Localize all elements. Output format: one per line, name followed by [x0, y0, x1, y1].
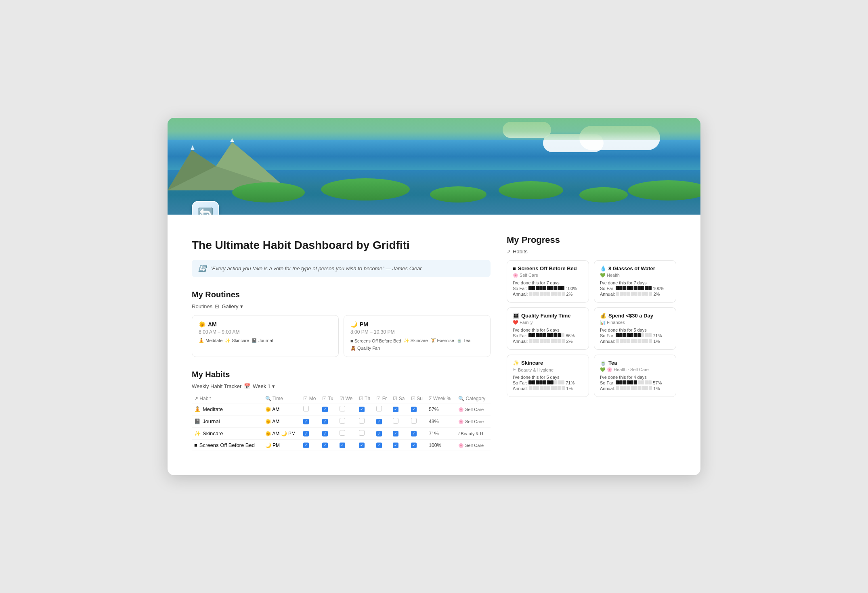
checkbox-empty[interactable] [359, 418, 365, 424]
pm-icon: 🌙 [350, 321, 357, 328]
habit-progress-card[interactable]: 💧 8 Glasses of Water 💚 Health I've done … [594, 260, 676, 303]
col-sa: ☑ Sa [390, 394, 408, 403]
habits-grid: ■ Screens Off Before Bed 🌸 Self Care I'v… [507, 260, 676, 397]
bar-filled [539, 380, 543, 384]
checkbox-empty[interactable] [376, 406, 382, 411]
habit-card-annual: Annual: 1% [513, 386, 583, 391]
gallery-label: Gallery [222, 303, 238, 309]
bar-filled [623, 286, 626, 290]
checkbox-checked[interactable]: ✓ [376, 443, 382, 448]
app-window: 🔄 The Ultimate Habit Dashboard by Gridfi… [168, 118, 700, 475]
bar-empty [627, 339, 630, 343]
gallery-view-toggle[interactable]: Gallery ▾ [222, 303, 243, 309]
habit-card-days: I've done this for 4 days [600, 375, 670, 380]
habit-card-sofar: So Far: 86% [513, 333, 583, 338]
bar-empty [645, 292, 648, 296]
bar-empty [645, 339, 648, 343]
checkbox-empty[interactable] [340, 406, 345, 411]
habit-progress-card[interactable]: 👨‍👩‍👧 Quality Family Time ❤️ Family I've… [507, 307, 589, 350]
routine-am-tags: 🧘 Meditate ✨ Skincare 📓 Journal [199, 338, 332, 343]
checkbox-checked[interactable]: ✓ [359, 407, 365, 412]
checkbox-checked[interactable]: ✓ [393, 443, 398, 448]
habit-progress-card[interactable]: ✨ Skincare ✂ Beauty & Hygiene I've done … [507, 355, 589, 397]
bar-empty [642, 292, 645, 296]
bar-filled [630, 380, 633, 384]
am-icon: 🌞 [199, 321, 205, 328]
bar-empty [634, 339, 637, 343]
bar-empty [533, 386, 536, 390]
bar-filled [645, 286, 648, 290]
checkbox-checked[interactable]: ✓ [322, 443, 328, 448]
checkbox-checked[interactable]: ✓ [303, 419, 309, 424]
bar-empty [558, 292, 561, 296]
checkbox-checked[interactable]: ✓ [376, 419, 382, 424]
bar-filled [634, 333, 637, 337]
table-row[interactable]: ✨ Skincare 🌞 AM 🌙 PM ✓ ✓ ✓ ✓ ✓ 71% / Bea… [192, 428, 491, 440]
checkbox-checked[interactable]: ✓ [322, 407, 328, 412]
checkbox-checked[interactable]: ✓ [322, 431, 328, 436]
routines-title: My Routines [192, 290, 491, 299]
habit-progress-card[interactable]: 🍵 Tea 💚 🌸 Health · Self Care I've done t… [594, 355, 676, 397]
checkbox-empty[interactable] [303, 406, 309, 411]
checkbox-checked[interactable]: ✓ [322, 419, 328, 424]
habit-category: 🌸 Self Care [458, 443, 484, 448]
routine-pm-time: 8:00 PM – 10:30 PM [350, 329, 484, 335]
checkbox-checked[interactable]: ✓ [340, 443, 345, 448]
table-row[interactable]: ■ Screens Off Before Bed 🌙 PM ✓ ✓ ✓ ✓ ✓ … [192, 440, 491, 451]
checkbox-checked[interactable]: ✓ [376, 431, 382, 436]
bar-filled [532, 286, 535, 290]
table-row[interactable]: 📓 Journal 🌞 AM ✓ ✓ ✓ 43% 🌸 Self Care [192, 416, 491, 428]
right-panel: My Progress ↗ Habits ■ Screens Off Befor… [507, 235, 676, 459]
habits-section: My Habits Weekly Habit Tracker 📅 Week 1 … [192, 370, 491, 451]
col-su: ☑ Su [409, 394, 426, 403]
sofar-bar [616, 380, 652, 384]
table-row[interactable]: 🧘 Meditate 🌞 AM ✓ ✓ ✓ ✓ 57% 🌸 Self Care [192, 403, 491, 416]
checkbox-checked[interactable]: ✓ [411, 443, 417, 448]
routine-card-am[interactable]: 🌞 AM 8:00 AM – 9:00 AM 🧘 Meditate ✨ Skin… [192, 315, 339, 357]
week-toggle[interactable]: Week 1 ▾ [253, 383, 275, 389]
habit-card-title: 👨‍👩‍👧 Quality Family Time [513, 313, 583, 319]
bar-empty [554, 292, 558, 296]
bar-empty [543, 386, 547, 390]
habit-progress-card[interactable]: ■ Screens Off Before Bed 🌸 Self Care I'v… [507, 260, 589, 303]
checkbox-empty[interactable] [393, 418, 398, 424]
bar-empty [540, 339, 543, 343]
col-time: 🔍 Time [263, 394, 301, 403]
checkbox-empty[interactable] [340, 430, 345, 436]
sofar-bar [528, 380, 564, 384]
tracker-label: Weekly Habit Tracker [192, 383, 241, 389]
checkbox-empty[interactable] [411, 418, 417, 424]
col-tu: ☑ Tu [320, 394, 337, 403]
bar-filled [539, 333, 543, 337]
col-we: ☑ We [337, 394, 356, 403]
routine-card-pm[interactable]: 🌙 PM 8:00 PM – 10:30 PM ■ Screens Off Be… [344, 315, 491, 357]
habit-card-title: 🍵 Tea [600, 360, 670, 366]
checkbox-checked[interactable]: ✓ [303, 431, 309, 436]
checkbox-checked[interactable]: ✓ [411, 431, 417, 436]
checkbox-checked[interactable]: ✓ [393, 431, 398, 436]
bar-empty [638, 386, 641, 390]
bar-empty [620, 292, 623, 296]
tag-skincare-pm: ✨ Skincare [404, 338, 428, 343]
bar-filled [550, 380, 554, 384]
bar-empty [645, 333, 648, 337]
habit-card-days: I've done this for 7 days [600, 280, 670, 285]
island-1 [232, 182, 305, 203]
bar-empty [561, 333, 564, 337]
checkbox-checked[interactable]: ✓ [411, 407, 417, 412]
progress-title: My Progress [507, 235, 676, 245]
sofar-bar [528, 286, 564, 290]
checkbox-checked[interactable]: ✓ [303, 443, 309, 448]
hero-grass-strip [168, 118, 700, 140]
bar-empty [551, 339, 554, 343]
habit-progress-card[interactable]: 💰 Spend <$30 a Day 📊 Finances I've done … [594, 307, 676, 350]
habit-name: ■ Screens Off Before Bed [194, 442, 260, 448]
checkbox-empty[interactable] [340, 418, 345, 424]
sofar-bar [528, 333, 564, 337]
checkbox-empty[interactable] [359, 430, 365, 436]
app-icon: 🔄 [192, 201, 219, 215]
checkbox-checked[interactable]: ✓ [359, 443, 365, 448]
bar-empty [623, 292, 627, 296]
bar-filled [627, 286, 630, 290]
checkbox-checked[interactable]: ✓ [393, 407, 398, 412]
